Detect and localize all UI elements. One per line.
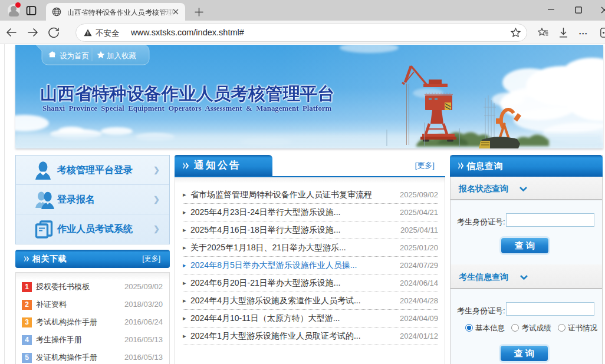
svg-text:加入收藏: 加入收藏 — [107, 52, 136, 60]
svg-text:设为首页: 设为首页 — [60, 52, 89, 60]
